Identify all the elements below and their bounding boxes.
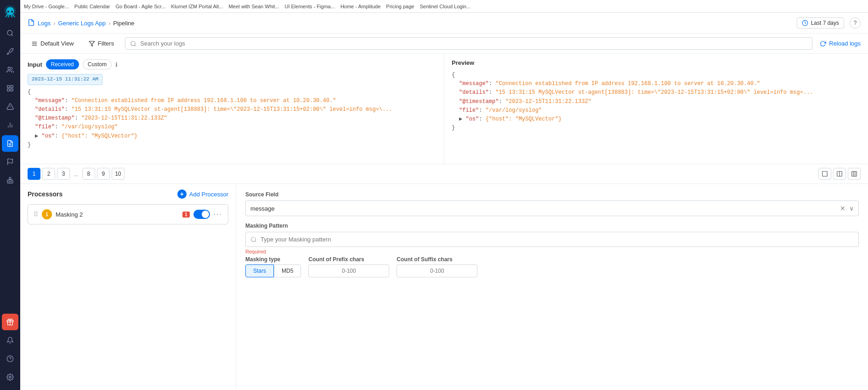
input-panel-header: Input Received Custom ℹ — [28, 59, 437, 69]
info-icon[interactable]: ℹ — [115, 61, 118, 68]
sidebar-item-logs[interactable] — [2, 135, 18, 152]
sidebar-item-help[interactable] — [2, 350, 18, 367]
sidebar — [0, 0, 20, 390]
help-button[interactable]: ? — [850, 17, 861, 29]
sidebar-item-flag[interactable] — [2, 154, 18, 170]
reload-button[interactable]: Reload logs — [820, 40, 861, 47]
tab-custom[interactable]: Custom — [83, 59, 112, 69]
topbar-item: Go Board - Agile Scr... — [115, 4, 165, 9]
topbar-item: Meet with Sean Whit... — [228, 4, 279, 9]
os-expand-icon[interactable]: ▶ — [35, 133, 38, 139]
view-icons — [818, 168, 861, 180]
main-content: My Drive - Google... Public Calendar Go … — [20, 13, 868, 390]
masking-options: Masking type Stars MD5 Count of Prefix c… — [245, 256, 859, 277]
time-range-selector[interactable]: Last 7 days — [797, 17, 844, 29]
drag-handle-icon[interactable]: ⠿ — [34, 211, 38, 218]
source-field-expand-icon[interactable]: ∨ — [849, 205, 854, 212]
view-split-icon[interactable] — [833, 168, 846, 180]
topbar-item: Public Calendar — [74, 4, 110, 9]
page-btn-10[interactable]: 10 — [112, 168, 125, 180]
page-btn-2[interactable]: 2 — [42, 168, 55, 180]
topbar-item: Home - Amplitude — [340, 4, 380, 9]
svg-point-29 — [131, 41, 135, 45]
processor-more-button[interactable]: ··· — [214, 210, 222, 218]
svg-rect-17 — [7, 180, 13, 183]
processors-panel: Processors + Add Processor ⠿ 1 Masking 2… — [20, 184, 236, 390]
search-bar[interactable] — [125, 37, 812, 50]
prefix-chars-label: Count of Prefix chars — [308, 256, 389, 263]
sidebar-item-gift[interactable] — [2, 314, 18, 330]
sidebar-item-robot[interactable] — [2, 172, 18, 189]
prefix-chars-input[interactable] — [308, 264, 389, 277]
tab-received[interactable]: Received — [46, 59, 79, 69]
sidebar-item-settings[interactable] — [2, 369, 18, 385]
reload-label: Reload logs — [829, 40, 861, 47]
preview-os-expand-icon[interactable]: ▶ — [459, 116, 462, 122]
sidebar-item-rocket[interactable] — [2, 43, 18, 60]
svg-rect-5 — [7, 86, 10, 88]
preview-panel: Preview { "message": "Connection establi… — [444, 54, 868, 164]
breadcrumb-app[interactable]: Generic Logs App — [58, 20, 106, 27]
sidebar-item-chart[interactable] — [2, 117, 18, 133]
source-field-label: Source Field — [245, 191, 859, 198]
masking-pattern-field[interactable] — [261, 236, 854, 243]
topbar-item: Klurnet IZM Portal Alt... — [171, 4, 223, 9]
view-full-icon[interactable] — [818, 168, 831, 180]
log-content-input: 2023-12-15 11:31:22 AM { "message": "Con… — [28, 74, 437, 149]
reload-icon — [820, 40, 826, 47]
log-content-preview: { "message": "Connection established fro… — [452, 71, 861, 132]
page-btn-3[interactable]: 3 — [57, 168, 70, 180]
breadcrumb-logs[interactable]: Logs — [38, 20, 51, 27]
bottom-section: Processors + Add Processor ⠿ 1 Masking 2… — [20, 184, 868, 390]
svg-point-36 — [251, 237, 255, 241]
masking-type-md5-button[interactable]: MD5 — [274, 264, 301, 277]
page-btn-9[interactable]: 9 — [97, 168, 110, 180]
pagination-bar: 1 2 3 ... 8 9 10 — [20, 164, 868, 184]
svg-point-4 — [8, 67, 10, 69]
svg-point-19 — [11, 181, 11, 182]
default-view-button[interactable]: Default View — [28, 38, 78, 49]
default-view-label: Default View — [40, 40, 74, 47]
svg-rect-30 — [823, 172, 828, 177]
input-panel: Input Received Custom ℹ 2023-12-15 11:31… — [20, 54, 444, 164]
suffix-chars-input[interactable] — [397, 264, 477, 277]
page-dots: ... — [72, 171, 80, 178]
masking-type-option: Masking type Stars MD5 — [245, 256, 301, 277]
topbar-item: Pricing page — [386, 4, 414, 9]
masking-type-stars-button[interactable]: Stars — [245, 264, 274, 277]
svg-rect-8 — [7, 89, 10, 91]
processor-badge: 1 — [182, 212, 190, 218]
search-input[interactable] — [140, 40, 807, 47]
masking-pattern-input[interactable] — [245, 232, 859, 247]
processor-item[interactable]: ⠿ 1 Masking 2 1 ··· — [28, 204, 228, 224]
svg-rect-33 — [852, 172, 857, 177]
svg-point-1 — [7, 11, 9, 12]
add-processor-button[interactable]: + Add Processor — [177, 189, 228, 199]
add-processor-label: Add Processor — [189, 191, 228, 198]
masking-type-buttons: Stars MD5 — [245, 264, 301, 277]
svg-point-23 — [9, 376, 11, 378]
page-btn-1[interactable]: 1 — [28, 168, 40, 180]
topbar: My Drive - Google... Public Calendar Go … — [20, 0, 868, 13]
svg-point-3 — [7, 30, 12, 35]
sidebar-logo[interactable] — [3, 4, 17, 18]
source-field-input[interactable]: message ✕ ∨ — [245, 201, 859, 216]
filters-button[interactable]: Filters — [85, 38, 118, 49]
sidebar-item-grid[interactable] — [2, 80, 18, 97]
required-text: Required — [245, 249, 859, 254]
suffix-chars-option: Count of Suffix chars — [397, 256, 477, 277]
sidebar-item-alert[interactable] — [2, 98, 18, 115]
source-field-clear-icon[interactable]: ✕ — [840, 205, 845, 212]
page-btn-8[interactable]: 8 — [82, 168, 95, 180]
log-timestamp: 2023-12-15 11:31:22 AM — [28, 74, 102, 85]
processor-toggle[interactable] — [193, 210, 210, 219]
view-thirds-icon[interactable] — [848, 168, 861, 180]
breadcrumb: Logs › Generic Logs App › Pipeline — [28, 19, 793, 28]
help-icon: ? — [854, 20, 857, 26]
topbar-item: My Drive - Google... — [24, 4, 69, 9]
sidebar-item-users[interactable] — [2, 62, 18, 78]
breadcrumb-current: Pipeline — [113, 20, 134, 27]
sidebar-item-search[interactable] — [2, 25, 18, 41]
sidebar-item-bell[interactable] — [2, 332, 18, 349]
svg-point-18 — [9, 181, 9, 182]
